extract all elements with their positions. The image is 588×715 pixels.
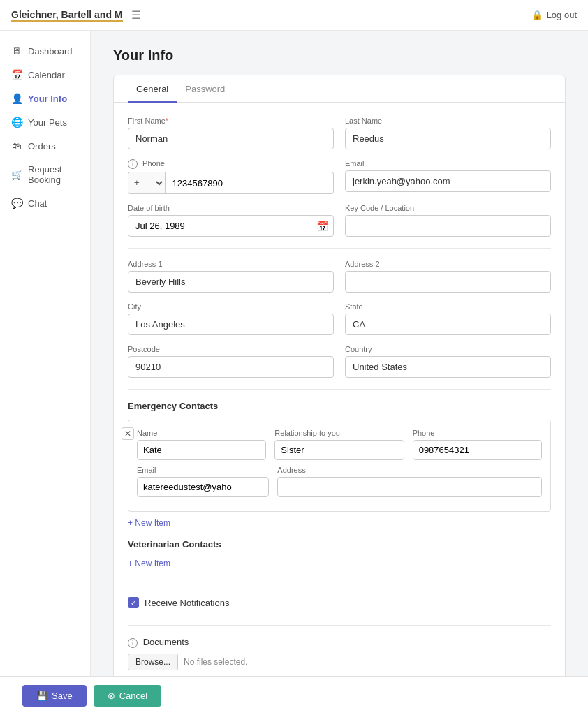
documents-label: Documents <box>143 637 189 647</box>
vet-new-item-button[interactable]: + New Item <box>128 559 170 568</box>
notifications-checkbox[interactable]: ✓ <box>128 597 139 608</box>
sidebar-label-your-pets: Your Pets <box>28 117 67 128</box>
city-input[interactable] <box>128 314 334 335</box>
notifications-row: ✓ Receive Notifications <box>128 591 551 614</box>
address2-input[interactable] <box>345 271 551 293</box>
sidebar-item-chat[interactable]: 💬 Chat <box>0 191 90 215</box>
emergency-contacts-title: Emergency Contacts <box>128 401 551 411</box>
keycode-group: Key Code / Location <box>345 204 551 237</box>
tab-general[interactable]: General <box>128 75 177 103</box>
tab-bar: General Password <box>114 75 565 103</box>
address2-label: Address 2 <box>345 260 551 268</box>
ec-address-input[interactable] <box>277 477 542 497</box>
brand-name: Gleichner, Bartell and M <box>11 9 123 22</box>
country-select[interactable]: United States <box>345 356 551 378</box>
sidebar-item-request-booking[interactable]: 🛒 Request Booking <box>0 158 90 191</box>
dob-label: Date of birth <box>128 204 334 212</box>
postcode-country-row: Postcode Country United States <box>128 345 551 378</box>
city-label: City <box>128 302 334 311</box>
ec-email-input[interactable] <box>137 477 269 497</box>
topbar-left: Gleichner, Bartell and M ☰ <box>11 8 141 22</box>
sidebar-item-calendar[interactable]: 📅 Calendar <box>0 63 90 87</box>
ec-name-phone-row: Name Relationship to you Phone <box>137 429 542 460</box>
sidebar-label-orders: Orders <box>28 141 56 152</box>
ec-email-label: Email <box>137 466 269 474</box>
last-name-group: Last Name <box>345 117 551 149</box>
topbar: Gleichner, Bartell and M ☰ 🔒 Log out <box>0 0 588 31</box>
no-files-label: No files selected. <box>184 657 247 667</box>
emergency-contact-item: ✕ Name Relationship to you Phone <box>128 420 551 512</box>
cancel-button[interactable]: ⊗ Cancel <box>94 685 161 707</box>
ec-phone-group: Phone <box>413 429 542 460</box>
city-group: City <box>128 302 334 335</box>
keycode-input[interactable] <box>345 215 551 237</box>
phone-info-icon: i <box>128 159 138 169</box>
sidebar-label-request-booking: Request Booking <box>28 164 79 185</box>
pets-icon: 🌐 <box>11 117 22 128</box>
ec-remove-button[interactable]: ✕ <box>122 427 134 440</box>
phone-input[interactable] <box>166 172 334 194</box>
date-wrap: 📅 <box>128 215 334 237</box>
page-title: Your Info <box>113 47 566 64</box>
calendar-picker-icon[interactable]: 📅 <box>316 221 328 232</box>
form-card: General Password First Name* Last Name <box>113 75 566 688</box>
state-label: State <box>345 302 551 311</box>
sidebar-item-orders[interactable]: 🛍 Orders <box>0 134 90 158</box>
cancel-icon: ⊗ <box>108 691 115 701</box>
address1-group: Address 1 <box>128 260 334 293</box>
browse-button[interactable]: Browse... <box>128 654 178 670</box>
checkmark-icon: ✓ <box>131 599 136 607</box>
divider-3 <box>128 580 551 580</box>
dob-input[interactable] <box>128 215 334 237</box>
chat-icon: 💬 <box>11 198 22 209</box>
ec-new-item-button[interactable]: + New Item <box>128 518 170 528</box>
documents-section: Browse... No files selected. <box>128 654 551 670</box>
notifications-label: Receive Notifications <box>145 598 229 608</box>
sidebar: 🖥 Dashboard 📅 Calendar 👤 Your Info 🌐 You… <box>0 31 91 715</box>
main-content: Your Info General Password First Name* <box>91 31 588 715</box>
dashboard-icon: 🖥 <box>11 45 22 57</box>
phone-email-row: i Phone + Email <box>128 159 551 194</box>
vet-contacts-title: Veterinarian Contacts <box>128 539 551 550</box>
phone-wrap: + <box>128 172 334 194</box>
user-icon: 👤 <box>11 93 22 104</box>
sidebar-item-your-pets[interactable]: 🌐 Your Pets <box>0 110 90 134</box>
sidebar-label-chat: Chat <box>28 198 47 209</box>
form-body: First Name* Last Name i Phone <box>114 117 565 670</box>
sidebar-label-dashboard: Dashboard <box>28 46 73 57</box>
ec-name-input[interactable] <box>137 440 266 460</box>
phone-country-select[interactable] <box>145 172 166 194</box>
ec-phone-label: Phone <box>413 429 542 437</box>
save-button[interactable]: 💾 Save <box>22 685 87 707</box>
divider-2 <box>128 389 551 390</box>
city-state-row: City State <box>128 302 551 335</box>
first-name-input[interactable] <box>128 128 334 149</box>
sidebar-label-calendar: Calendar <box>28 70 65 80</box>
ec-address-group: Address <box>277 466 542 497</box>
address-row: Address 1 Address 2 <box>128 260 551 293</box>
sidebar-label-your-info: Your Info <box>28 94 67 104</box>
state-input[interactable] <box>345 314 551 335</box>
last-name-label: Last Name <box>345 117 551 125</box>
booking-icon: 🛒 <box>11 169 22 180</box>
hamburger-icon[interactable]: ☰ <box>131 8 141 22</box>
email-input[interactable] <box>345 170 551 192</box>
ec-relationship-input[interactable] <box>274 440 404 460</box>
address1-input[interactable] <box>128 271 334 293</box>
ec-name-label: Name <box>137 429 266 437</box>
sidebar-item-your-info[interactable]: 👤 Your Info <box>0 87 90 110</box>
ec-address-label: Address <box>277 466 542 474</box>
lock-icon: 🔒 <box>531 10 543 20</box>
first-name-group: First Name* <box>128 117 334 149</box>
last-name-input[interactable] <box>345 128 551 149</box>
divider-4 <box>128 625 551 626</box>
ec-name-group: Name <box>137 429 266 460</box>
sidebar-item-dashboard[interactable]: 🖥 Dashboard <box>0 39 90 63</box>
tab-password[interactable]: Password <box>177 75 233 103</box>
postcode-input[interactable] <box>128 356 334 378</box>
divider-1 <box>128 248 551 249</box>
ec-phone-input[interactable] <box>413 440 542 460</box>
layout: 🖥 Dashboard 📅 Calendar 👤 Your Info 🌐 You… <box>0 31 588 715</box>
address1-label: Address 1 <box>128 260 334 268</box>
logout-button[interactable]: 🔒 Log out <box>531 10 577 20</box>
